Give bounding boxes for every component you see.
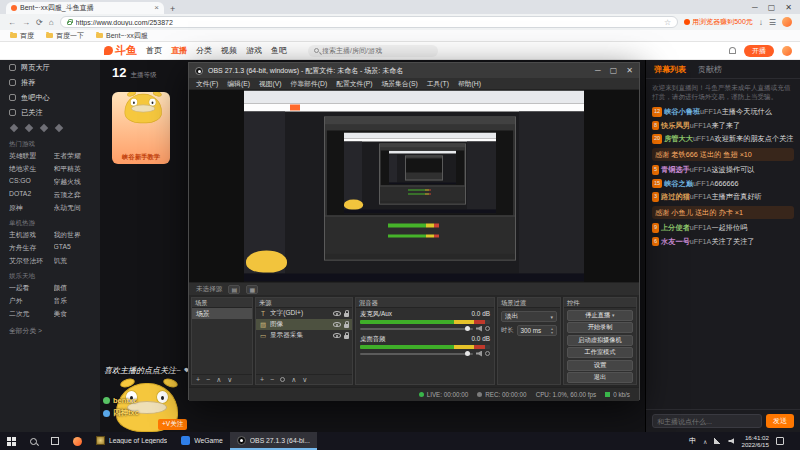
visibility-eye-icon[interactable] xyxy=(333,311,341,316)
source-row[interactable]: ▭ 显示器采集 xyxy=(256,330,352,341)
obs-control-button[interactable]: 工作室模式▾ xyxy=(567,347,633,358)
obs-minimize-icon[interactable]: ─ xyxy=(595,66,601,75)
transition-duration-spinner[interactable]: 300 ms ▴▾ xyxy=(517,325,557,336)
obs-menu-item[interactable]: 视图(V) xyxy=(259,79,282,89)
activity-icon[interactable] xyxy=(40,124,48,132)
speaker-icon[interactable] xyxy=(476,351,482,357)
category-link[interactable]: GTA5 xyxy=(54,243,97,253)
category-link[interactable]: 和平精英 xyxy=(54,164,97,174)
menu-icon[interactable]: ☰ xyxy=(769,18,776,27)
site-search[interactable] xyxy=(308,45,438,57)
all-categories-link[interactable]: 全部分类 > xyxy=(9,326,100,336)
category-link[interactable]: 云顶之弈 xyxy=(54,190,97,200)
nav-item[interactable]: 游戏 xyxy=(246,45,262,56)
user-avatar[interactable] xyxy=(782,46,792,56)
tab-close-icon[interactable]: × xyxy=(154,4,159,12)
obs-control-button[interactable]: 设置▾ xyxy=(567,360,633,371)
category-link[interactable]: 主机游戏 xyxy=(9,230,52,240)
category-link[interactable]: 艾尔登法环 xyxy=(9,256,52,266)
home-icon[interactable]: ⌂ xyxy=(49,18,54,27)
taskbar-task[interactable]: OBS 27.1.3 (64-bi... xyxy=(230,432,317,450)
speaker-icon[interactable] xyxy=(476,326,482,332)
notification-bell-icon[interactable] xyxy=(729,47,736,54)
obs-window[interactable]: OBS 27.1.3 (64-bit, windows) - 配置文件: 未命名… xyxy=(188,62,640,400)
sidebar-item[interactable]: 鱼吧中心 xyxy=(0,90,100,105)
task-view-button[interactable] xyxy=(44,432,66,450)
search-input[interactable] xyxy=(322,47,432,54)
taskbar-clock[interactable]: 16:41:02 2022/6/15 xyxy=(741,434,769,449)
volume-knob[interactable] xyxy=(465,326,470,331)
volume-slider[interactable] xyxy=(360,353,473,355)
category-link[interactable]: 我的世界 xyxy=(54,230,97,240)
bookmark-item[interactable]: Bent~·xx四服 xyxy=(96,31,148,41)
source-row[interactable]: ▨ 图像 xyxy=(256,319,352,330)
obs-control-button[interactable]: 启动虚拟摄像机▾ xyxy=(567,335,633,346)
back-icon[interactable]: ← xyxy=(8,18,16,27)
scene-up-button[interactable]: ∧ xyxy=(216,376,221,384)
remove-source-button[interactable]: − xyxy=(270,376,274,383)
obs-menu-item[interactable]: 配置文件(P) xyxy=(336,79,372,89)
source-up-button[interactable]: ∧ xyxy=(291,376,296,384)
lock-icon[interactable] xyxy=(344,335,349,339)
scene-item[interactable]: 场景 xyxy=(192,308,252,319)
category-link[interactable]: 音乐 xyxy=(54,296,97,306)
category-link[interactable]: 二次元 xyxy=(9,309,52,319)
refresh-icon[interactable]: ⟳ xyxy=(36,18,43,27)
obs-menu-item[interactable]: 停靠部件(D) xyxy=(291,79,328,89)
nav-item[interactable]: 视频 xyxy=(221,45,237,56)
category-link[interactable]: 方舟生存 xyxy=(9,243,52,253)
obs-menu-item[interactable]: 工具(T) xyxy=(427,79,449,89)
scene-down-button[interactable]: ∨ xyxy=(227,376,232,384)
obs-preview[interactable] xyxy=(189,90,639,282)
category-link[interactable]: 饥荒 xyxy=(54,256,97,266)
obs-control-button[interactable]: 退出▾ xyxy=(567,372,633,383)
streamer-card[interactable]: 峡谷新手教学 xyxy=(112,92,170,164)
rank-icon[interactable] xyxy=(25,124,33,132)
gift-icon[interactable] xyxy=(55,124,63,132)
obs-menu-item[interactable]: 文件(F) xyxy=(196,79,218,89)
category-link[interactable]: 王者荣耀 xyxy=(54,151,97,161)
go-live-button[interactable]: 开播 xyxy=(744,45,774,57)
category-link[interactable]: 绝地求生 xyxy=(9,164,52,174)
ime-indicator[interactable]: 中 xyxy=(689,436,696,446)
category-link[interactable]: 户外 xyxy=(9,296,52,306)
bookmark-star-icon[interactable]: ☆ xyxy=(664,18,671,27)
volume-slider[interactable] xyxy=(360,328,473,330)
category-link[interactable]: CS:GO xyxy=(9,177,52,187)
context-grid-icon[interactable]: ▤ xyxy=(228,285,240,294)
obs-menu-item[interactable]: 编辑(E) xyxy=(227,79,250,89)
category-link[interactable]: 颜值 xyxy=(54,283,97,293)
promo-banner[interactable]: 用浏览器赚到500元 xyxy=(684,17,753,27)
add-source-button[interactable]: + xyxy=(260,376,264,383)
start-button[interactable] xyxy=(0,432,23,450)
window-close-icon[interactable]: ✕ xyxy=(785,3,792,12)
volume-icon[interactable] xyxy=(728,438,734,444)
channel-gear-icon[interactable] xyxy=(485,326,490,331)
obs-control-button[interactable]: 开始录制▾ xyxy=(567,322,633,333)
visibility-eye-icon[interactable] xyxy=(333,333,341,338)
category-link[interactable]: 美食 xyxy=(54,309,97,319)
taskbar-task[interactable]: League of Legends xyxy=(89,432,174,450)
nav-item[interactable]: 直播 xyxy=(171,45,187,56)
address-bar[interactable]: https://www.douyu.com/253872 ☆ xyxy=(60,16,679,28)
category-link[interactable]: 一起看 xyxy=(9,283,52,293)
taskbar-search-button[interactable] xyxy=(23,432,44,450)
send-button[interactable]: 发送 xyxy=(766,414,794,428)
chat-tab[interactable]: 贡献榜 xyxy=(698,64,722,75)
category-link[interactable]: 英雄联盟 xyxy=(9,151,52,161)
notification-center-icon[interactable] xyxy=(776,437,784,445)
category-link[interactable]: 永劫无间 xyxy=(54,203,97,213)
window-minimize-icon[interactable]: ─ xyxy=(752,3,758,12)
obs-menu-item[interactable]: 帮助(H) xyxy=(458,79,481,89)
obs-control-button[interactable]: 停止直播▾ xyxy=(567,310,633,321)
douyu-logo[interactable]: 斗鱼 xyxy=(104,43,137,58)
sidebar-item[interactable]: 推荐 xyxy=(0,75,100,90)
obs-titlebar[interactable]: OBS 27.1.3 (64-bit, windows) - 配置文件: 未命名… xyxy=(189,63,639,78)
pinned-browser-button[interactable] xyxy=(66,432,89,450)
download-icon[interactable]: ↓ xyxy=(759,18,763,27)
source-down-button[interactable]: ∨ xyxy=(302,376,307,384)
window-maximize-icon[interactable]: ▢ xyxy=(768,3,776,12)
bookmark-item[interactable]: 百度一下 xyxy=(46,31,84,41)
forward-icon[interactable]: → xyxy=(22,18,30,27)
browser-avatar[interactable] xyxy=(782,17,792,27)
